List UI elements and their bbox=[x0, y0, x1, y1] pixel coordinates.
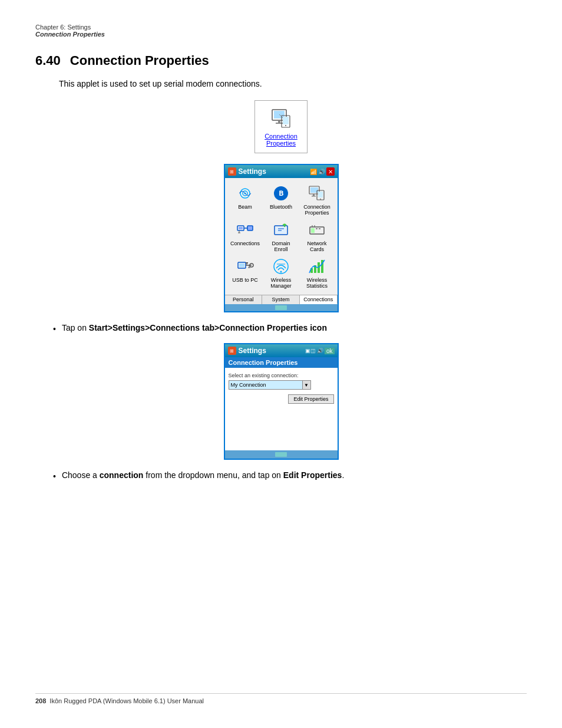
conn-props-grid-label: ConnectionProperties bbox=[303, 204, 330, 216]
bullet-dot-1: • bbox=[53, 324, 56, 334]
svg-rect-18 bbox=[318, 192, 323, 197]
conn-titlebar-icons: ▣◫ 🔊 ok bbox=[305, 348, 335, 354]
svg-rect-2 bbox=[278, 120, 280, 123]
settings-taskbar bbox=[225, 304, 338, 311]
settings-tabs: Personal System Connections bbox=[225, 295, 338, 304]
section-title: Connection Properties bbox=[70, 53, 209, 68]
conn-properties-dialog: ⊞ Settings ▣◫ 🔊 ok Connection Properties… bbox=[224, 343, 339, 460]
settings-titlebar: ⊞ Settings 📶 🔊 ✕ bbox=[225, 165, 338, 178]
bullet-dot-2: • bbox=[53, 472, 56, 481]
bluetooth-label: Bluetooth bbox=[270, 204, 292, 210]
chapter-subtitle: Connection Properties bbox=[35, 31, 527, 38]
section-number: 6.40 bbox=[35, 53, 61, 68]
beam-icon bbox=[236, 184, 254, 203]
svg-rect-34 bbox=[311, 228, 315, 233]
svg-rect-35 bbox=[316, 228, 318, 229]
tab-personal[interactable]: Personal bbox=[225, 295, 263, 304]
edit-properties-button[interactable]: Edit Properties bbox=[288, 394, 333, 404]
svg-rect-19 bbox=[320, 199, 321, 200]
page-number: 208 bbox=[35, 697, 46, 704]
wireless-stats-icon bbox=[308, 257, 326, 276]
wireless-stats-label: WirelessStatistics bbox=[306, 277, 328, 289]
icon-box-container: ConnectionProperties bbox=[35, 100, 527, 153]
close-button[interactable]: ✕ bbox=[326, 167, 335, 176]
svg-point-49 bbox=[280, 271, 282, 273]
conn-props-grid-icon bbox=[308, 184, 326, 203]
bullet-item-2: • Choose a connection from the dropdown … bbox=[53, 470, 527, 481]
titlebar-text: Settings bbox=[239, 167, 266, 176]
bluetooth-item[interactable]: ʙ Bluetooth bbox=[263, 182, 299, 218]
volume-icon: 🔊 bbox=[318, 169, 325, 175]
svg-rect-15 bbox=[313, 194, 315, 196]
conn-titlebar-left: ⊞ Settings bbox=[228, 347, 266, 355]
wireless-stats-item[interactable]: WirelessStatistics bbox=[299, 255, 335, 291]
conn-props-item[interactable]: ConnectionProperties bbox=[299, 182, 335, 218]
domain-enroll-icon bbox=[272, 220, 290, 239]
network-cards-item[interactable]: NetworkCards bbox=[299, 218, 335, 255]
conn-body-header: Connection Properties bbox=[225, 357, 338, 368]
svg-rect-21 bbox=[239, 227, 243, 229]
domain-enroll-label: DomainEnroll bbox=[272, 241, 290, 252]
settings-grid: Beam ʙ Bluetooth bbox=[225, 178, 338, 295]
footer-text: Ikôn Rugged PDA (Windows Mobile 6.1) Use… bbox=[49, 697, 204, 704]
conn-ok-button[interactable]: ok bbox=[325, 348, 335, 354]
chapter-title: Chapter 6: Settings bbox=[35, 24, 527, 31]
conn-dialog-screenshot: ⊞ Settings ▣◫ 🔊 ok Connection Properties… bbox=[35, 343, 527, 460]
conn-titlebar-text: Settings bbox=[239, 347, 266, 355]
conn-signal-icon: ▣◫ bbox=[305, 348, 316, 354]
tab-system[interactable]: System bbox=[262, 295, 300, 304]
connections-icon bbox=[236, 220, 254, 239]
bullet-text-1: Tap on Start>Settings>Connections tab>Co… bbox=[62, 323, 327, 332]
usb-item[interactable]: USB to PC bbox=[227, 255, 263, 291]
beam-item[interactable]: Beam bbox=[227, 182, 263, 218]
network-cards-icon bbox=[308, 220, 326, 239]
svg-rect-6 bbox=[285, 125, 286, 126]
usb-icon bbox=[236, 257, 254, 276]
dropdown-arrow-icon[interactable]: ▼ bbox=[302, 381, 310, 389]
connections-item[interactable]: Connections bbox=[227, 218, 263, 255]
conn-dropdown-value: My Connection bbox=[229, 382, 302, 388]
wireless-mgr-item[interactable]: WirelessManager bbox=[263, 255, 299, 291]
icon-label: ConnectionProperties bbox=[265, 133, 297, 147]
conn-titlebar: ⊞ Settings ▣◫ 🔊 ok bbox=[225, 344, 338, 357]
signal-icon: 📶 bbox=[310, 169, 317, 175]
conn-body: Select an existing connection: My Connec… bbox=[225, 368, 338, 450]
svg-text:ʙ: ʙ bbox=[279, 188, 283, 197]
conn-volume-icon: 🔊 bbox=[317, 348, 323, 354]
titlebar-left: ⊞ Settings bbox=[228, 167, 266, 176]
conn-dropdown[interactable]: My Connection ▼ bbox=[229, 380, 311, 390]
page-footer: 208 Ikôn Rugged PDA (Windows Mobile 6.1)… bbox=[35, 693, 527, 704]
wireless-mgr-icon bbox=[272, 257, 290, 276]
chapter-header: Chapter 6: Settings Connection Propertie… bbox=[35, 24, 527, 38]
beam-label: Beam bbox=[238, 204, 252, 210]
svg-rect-44 bbox=[246, 262, 248, 263]
taskbar-button bbox=[275, 305, 287, 310]
svg-rect-36 bbox=[319, 228, 320, 229]
conn-props-icon bbox=[269, 107, 293, 130]
bullet-item-1: • Tap on Start>Settings>Connections tab>… bbox=[53, 323, 527, 334]
conn-taskbar bbox=[225, 450, 338, 459]
wireless-mgr-label: WirelessManager bbox=[270, 277, 292, 289]
connection-properties-icon-box: ConnectionProperties bbox=[254, 100, 308, 153]
settings-window-screenshot: ⊞ Settings 📶 🔊 ✕ Beam bbox=[35, 164, 527, 312]
svg-rect-16 bbox=[312, 196, 316, 197]
bluetooth-icon: ʙ bbox=[272, 184, 290, 203]
section-description: This applet is used to set up serial mod… bbox=[59, 79, 527, 88]
network-cards-label: NetworkCards bbox=[307, 241, 326, 252]
svg-rect-5 bbox=[283, 117, 289, 124]
bullet-text-2: Choose a connection from the dropdown me… bbox=[62, 470, 344, 480]
conn-taskbar-button bbox=[275, 452, 287, 457]
usb-label: USB to PC bbox=[232, 277, 258, 283]
domain-enroll-item[interactable]: DomainEnroll bbox=[263, 218, 299, 255]
svg-rect-23 bbox=[247, 226, 253, 230]
connections-label: Connections bbox=[230, 241, 260, 246]
settings-window: ⊞ Settings 📶 🔊 ✕ Beam bbox=[224, 164, 339, 312]
titlebar-icons: 📶 🔊 ✕ bbox=[310, 167, 335, 176]
windows-icon: ⊞ bbox=[228, 167, 236, 176]
tab-connections[interactable]: Connections bbox=[300, 295, 338, 304]
svg-rect-40 bbox=[239, 263, 244, 267]
conn-win-icon: ⊞ bbox=[228, 347, 236, 355]
conn-field-label: Select an existing connection: bbox=[229, 373, 334, 378]
